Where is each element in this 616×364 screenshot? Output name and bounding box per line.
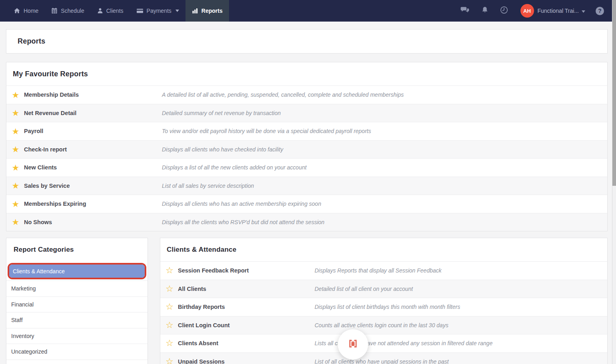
report-name[interactable]: All Clients: [178, 286, 315, 292]
favourite-report-row[interactable]: ★ New Clients Displays a list of all the…: [6, 158, 607, 177]
clock-icon: [500, 6, 508, 16]
nav-item-clients[interactable]: Clients: [91, 0, 130, 22]
annotation-highlight-ring: Clients & Attendance: [8, 263, 146, 279]
bell-icon: [482, 6, 488, 15]
report-row[interactable]: ☆ All Clients Detailed list of all clien…: [160, 280, 607, 298]
favourite-report-row[interactable]: ★ Memberships Expiring Displays all clie…: [6, 195, 607, 213]
notifications-button[interactable]: [476, 6, 494, 15]
report-name[interactable]: New Clients: [24, 164, 162, 171]
category-item-inventory[interactable]: Inventory: [6, 328, 148, 344]
favourite-report-row[interactable]: ★ Net Revenue Detail Detailed summary of…: [6, 104, 607, 122]
report-name[interactable]: Check-In report: [24, 146, 162, 153]
categories-list: Clients & Attendance Marketing Financial…: [6, 263, 148, 364]
report-name[interactable]: Client Login Count: [178, 322, 315, 328]
star-outline-icon[interactable]: ☆: [165, 266, 174, 275]
favourite-report-row[interactable]: ★ Check-In report Displays all clients w…: [6, 140, 607, 159]
star-outline-icon[interactable]: ☆: [165, 284, 174, 293]
history-button[interactable]: [494, 6, 514, 16]
favourites-list: ★ Membership Details A detailed list of …: [6, 86, 607, 231]
star-filled-icon[interactable]: ★: [11, 145, 20, 153]
star-outline-icon[interactable]: ☆: [165, 321, 174, 330]
star-filled-icon[interactable]: ★: [11, 200, 20, 208]
favourites-title: My Favourite Reports: [13, 70, 88, 78]
star-filled-icon[interactable]: ★: [11, 127, 20, 135]
chevron-down-icon[interactable]: [582, 7, 585, 14]
category-reports-list: ☆ Session Feedback Report Displays Repor…: [160, 261, 607, 364]
person-icon: [97, 8, 103, 14]
barcode-scan-icon: [345, 336, 361, 353]
help-button[interactable]: ?: [596, 7, 604, 15]
messages-button[interactable]: [455, 6, 476, 15]
favourite-reports-panel: My Favourite Reports ★ Membership Detail…: [6, 62, 608, 231]
report-description: To view and/or edit payroll history will…: [162, 128, 371, 134]
categories-header: Report Categories: [6, 238, 148, 261]
credit-card-icon: [136, 8, 144, 14]
nav-item-label: Payments: [147, 8, 171, 14]
star-filled-icon[interactable]: ★: [11, 109, 20, 117]
account-name[interactable]: Functional Trai...: [538, 8, 579, 14]
category-label: Uncategorized: [11, 348, 47, 355]
report-name[interactable]: Session Feedback Report: [178, 267, 315, 274]
page-title-card: Reports: [6, 29, 608, 54]
question-mark-icon: ?: [598, 8, 602, 14]
star-outline-icon[interactable]: ☆: [165, 302, 174, 311]
scrollbar-thumb[interactable]: [612, 0, 616, 186]
category-item-partial[interactable]: [6, 360, 148, 364]
category-reports-title: Clients & Attendance: [167, 246, 236, 254]
scrollbar-track[interactable]: [612, 0, 616, 364]
report-description: Displays a list of all the new clients a…: [162, 164, 307, 171]
report-description: Displays all clients who has an active m…: [162, 201, 321, 207]
report-name[interactable]: Net Revenue Detail: [24, 110, 162, 116]
report-row[interactable]: ☆ Session Feedback Report Displays Repor…: [160, 261, 607, 280]
calendar-icon: [51, 8, 58, 14]
report-description: Detailed list of all client on your acco…: [315, 286, 413, 292]
favourite-report-row[interactable]: ★ Sales by Service List of all sales by …: [6, 177, 607, 195]
category-item-marketing[interactable]: Marketing: [6, 280, 148, 296]
category-item-uncategorized[interactable]: Uncategorized: [6, 344, 148, 360]
report-name[interactable]: Payroll: [24, 128, 162, 134]
star-filled-icon[interactable]: ★: [11, 91, 20, 99]
report-name[interactable]: No Shows: [24, 219, 162, 225]
report-description: Displays Reports that display all Sessio…: [315, 267, 442, 274]
main-content: Reports My Favourite Reports ★ Membershi…: [6, 29, 608, 364]
category-label: Staff: [11, 317, 23, 323]
category-item-financial[interactable]: Financial: [6, 296, 148, 312]
report-name[interactable]: Memberships Expiring: [24, 201, 162, 207]
nav-item-label: Home: [24, 8, 38, 14]
nav-item-schedule[interactable]: Schedule: [45, 0, 90, 22]
bar-chart-icon: [192, 8, 198, 14]
report-name[interactable]: Birthday Reports: [178, 304, 315, 310]
favourite-report-row[interactable]: ★ No Shows Displays all the clients who …: [6, 213, 607, 231]
categories-title: Report Categories: [14, 246, 74, 254]
star-filled-icon[interactable]: ★: [11, 218, 20, 226]
favourite-report-row[interactable]: ★ Payroll To view and/or edit payroll hi…: [6, 122, 607, 140]
nav-item-payments[interactable]: Payments: [130, 0, 185, 22]
category-label: Clients & Attendance: [13, 268, 65, 274]
star-outline-icon[interactable]: ☆: [165, 339, 174, 348]
report-name[interactable]: Membership Details: [24, 91, 162, 98]
star-outline-icon[interactable]: ☆: [165, 357, 174, 364]
report-name[interactable]: Clients Absent: [178, 340, 315, 346]
report-description: A detailed list of all active, pending, …: [162, 91, 404, 98]
category-item-clients-attendance[interactable]: Clients & Attendance: [9, 265, 145, 278]
avatar[interactable]: AH: [520, 4, 534, 18]
report-row[interactable]: ☆ Client Login Count Counts all active c…: [160, 316, 607, 334]
star-filled-icon[interactable]: ★: [11, 181, 20, 190]
nav-item-label: Clients: [106, 8, 124, 14]
category-label: Inventory: [11, 333, 34, 339]
top-nav: Home Schedule Clients Payments: [0, 0, 616, 22]
star-filled-icon[interactable]: ★: [11, 163, 20, 172]
scan-fab-button[interactable]: [338, 329, 368, 360]
report-row[interactable]: ☆ Clients Absent Lists all clients who h…: [160, 334, 607, 352]
report-row[interactable]: ☆ Birthday Reports Displays list of clie…: [160, 298, 607, 316]
report-row[interactable]: ☆ Unpaid Sessions List of all clients wh…: [160, 352, 607, 364]
page-title: Reports: [18, 37, 45, 46]
report-name[interactable]: Unpaid Sessions: [178, 358, 315, 364]
report-name[interactable]: Sales by Service: [24, 183, 162, 189]
chevron-down-icon: [175, 10, 179, 12]
category-reports-panel: Clients & Attendance ☆ Session Feedback …: [160, 238, 608, 364]
nav-item-home[interactable]: Home: [7, 0, 45, 22]
favourite-report-row[interactable]: ★ Membership Details A detailed list of …: [6, 86, 607, 104]
category-item-staff[interactable]: Staff: [6, 312, 148, 328]
nav-item-reports[interactable]: Reports: [185, 0, 229, 22]
